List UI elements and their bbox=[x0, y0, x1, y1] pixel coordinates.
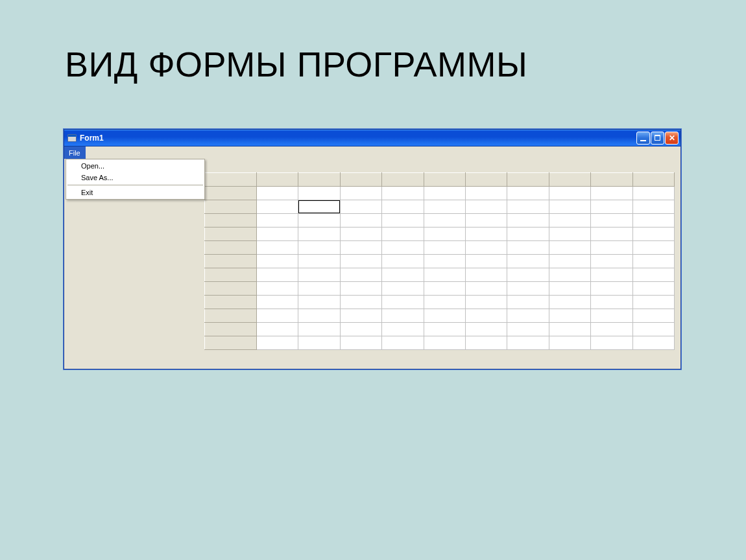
grid-cell[interactable] bbox=[298, 309, 340, 323]
grid-cell[interactable] bbox=[382, 255, 424, 268]
grid-cell[interactable] bbox=[465, 255, 507, 268]
grid-cell[interactable] bbox=[465, 268, 507, 282]
column-header[interactable] bbox=[632, 173, 674, 187]
grid-cell[interactable] bbox=[382, 187, 424, 200]
column-header[interactable] bbox=[549, 173, 590, 187]
grid-cell[interactable] bbox=[298, 241, 340, 255]
grid-cell[interactable] bbox=[424, 228, 465, 241]
grid-cell[interactable] bbox=[424, 282, 465, 296]
grid-cell[interactable] bbox=[549, 323, 590, 336]
grid-cell[interactable] bbox=[591, 336, 632, 350]
grid-cell[interactable] bbox=[632, 228, 674, 241]
grid-cell[interactable] bbox=[257, 255, 298, 268]
row-header[interactable] bbox=[205, 200, 257, 214]
grid-cell[interactable] bbox=[424, 214, 465, 228]
row-header[interactable] bbox=[205, 187, 257, 200]
grid-cell[interactable] bbox=[340, 336, 381, 350]
grid-cell[interactable] bbox=[507, 187, 549, 200]
grid-cell[interactable] bbox=[507, 309, 549, 323]
grid-cell[interactable] bbox=[382, 282, 424, 296]
grid-cell[interactable] bbox=[424, 187, 465, 200]
grid-cell[interactable] bbox=[298, 296, 340, 309]
grid-cell[interactable] bbox=[465, 336, 507, 350]
column-header[interactable] bbox=[382, 173, 424, 187]
grid-cell[interactable] bbox=[507, 282, 549, 296]
grid-cell[interactable] bbox=[424, 336, 465, 350]
row-header[interactable] bbox=[205, 323, 257, 336]
grid-cell[interactable] bbox=[465, 282, 507, 296]
grid-corner[interactable] bbox=[205, 173, 257, 187]
row-header[interactable] bbox=[205, 241, 257, 255]
menu-save-as[interactable]: Save As... bbox=[67, 172, 204, 183]
close-button[interactable]: ✕ bbox=[665, 132, 679, 145]
grid-cell[interactable] bbox=[591, 228, 632, 241]
grid-cell[interactable] bbox=[549, 228, 590, 241]
grid-cell[interactable] bbox=[549, 282, 590, 296]
grid-cell[interactable] bbox=[340, 241, 381, 255]
row-header[interactable] bbox=[205, 255, 257, 268]
grid-cell[interactable] bbox=[424, 241, 465, 255]
grid-cell[interactable] bbox=[632, 268, 674, 282]
column-header[interactable] bbox=[298, 173, 340, 187]
grid-cell[interactable] bbox=[632, 214, 674, 228]
grid-cell[interactable] bbox=[382, 309, 424, 323]
grid-cell[interactable] bbox=[382, 241, 424, 255]
grid-cell[interactable] bbox=[549, 268, 590, 282]
grid-cell[interactable] bbox=[465, 228, 507, 241]
grid-cell[interactable] bbox=[549, 200, 590, 214]
grid-cell[interactable] bbox=[298, 214, 340, 228]
grid-cell[interactable] bbox=[507, 255, 549, 268]
grid-cell[interactable] bbox=[382, 323, 424, 336]
grid-cell[interactable] bbox=[257, 296, 298, 309]
grid-cell[interactable] bbox=[507, 323, 549, 336]
grid-cell[interactable] bbox=[591, 309, 632, 323]
grid-cell[interactable] bbox=[632, 187, 674, 200]
grid-cell[interactable] bbox=[340, 228, 381, 241]
grid-cell[interactable] bbox=[632, 200, 674, 214]
grid-cell[interactable] bbox=[298, 282, 340, 296]
grid-cell[interactable] bbox=[507, 200, 549, 214]
grid-cell[interactable] bbox=[465, 214, 507, 228]
grid-cell[interactable] bbox=[591, 214, 632, 228]
grid-cell[interactable] bbox=[340, 187, 381, 200]
grid-cell[interactable] bbox=[549, 214, 590, 228]
grid-cell[interactable] bbox=[382, 228, 424, 241]
grid-cell[interactable] bbox=[632, 309, 674, 323]
column-header[interactable] bbox=[424, 173, 465, 187]
row-header[interactable] bbox=[205, 296, 257, 309]
row-header[interactable] bbox=[205, 309, 257, 323]
grid-cell[interactable] bbox=[382, 296, 424, 309]
grid-cell[interactable] bbox=[465, 200, 507, 214]
grid-cell[interactable] bbox=[507, 268, 549, 282]
grid-cell[interactable] bbox=[257, 309, 298, 323]
grid-cell[interactable] bbox=[591, 241, 632, 255]
grid-cell[interactable] bbox=[549, 255, 590, 268]
grid-cell[interactable] bbox=[549, 296, 590, 309]
grid-cell[interactable] bbox=[424, 296, 465, 309]
row-header[interactable] bbox=[205, 336, 257, 350]
grid-cell[interactable] bbox=[298, 255, 340, 268]
grid-cell[interactable] bbox=[424, 268, 465, 282]
grid-cell[interactable] bbox=[507, 214, 549, 228]
row-header[interactable] bbox=[205, 214, 257, 228]
grid-cell[interactable] bbox=[591, 282, 632, 296]
grid-cell[interactable] bbox=[298, 336, 340, 350]
minimize-button[interactable] bbox=[636, 132, 650, 145]
grid-cell[interactable] bbox=[465, 187, 507, 200]
grid-cell[interactable] bbox=[465, 323, 507, 336]
data-grid[interactable] bbox=[204, 172, 675, 350]
grid-cell[interactable] bbox=[507, 228, 549, 241]
grid-cell[interactable] bbox=[549, 187, 590, 200]
titlebar[interactable]: Form1 ✕ bbox=[64, 130, 680, 146]
grid-cell[interactable] bbox=[591, 268, 632, 282]
grid-cell[interactable] bbox=[257, 323, 298, 336]
grid-cell[interactable] bbox=[632, 241, 674, 255]
grid-cell[interactable] bbox=[382, 200, 424, 214]
grid-cell[interactable] bbox=[340, 200, 381, 214]
row-header[interactable] bbox=[205, 282, 257, 296]
grid-cell[interactable] bbox=[298, 187, 340, 200]
grid-cell[interactable] bbox=[298, 323, 340, 336]
grid-cell[interactable] bbox=[591, 255, 632, 268]
grid-cell[interactable] bbox=[257, 228, 298, 241]
menu-open[interactable]: Open... bbox=[67, 160, 204, 172]
